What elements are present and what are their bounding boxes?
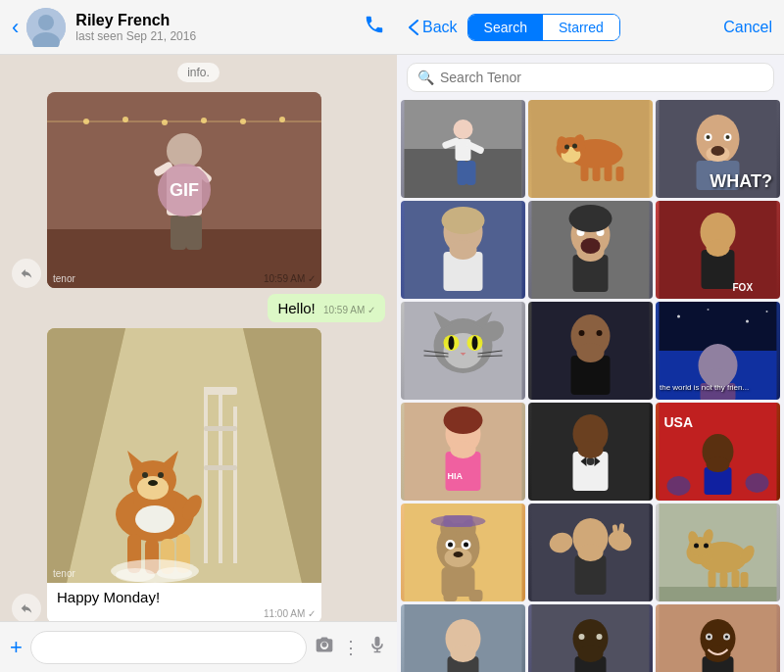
svg-rect-175: [709, 570, 716, 588]
gif-overlay-text-small: the world is not thy frien...: [660, 383, 749, 392]
svg-rect-65: [605, 164, 612, 181]
svg-point-8: [122, 117, 128, 122]
svg-point-37: [148, 480, 158, 486]
svg-rect-116: [660, 302, 777, 351]
gif-cell[interactable]: [656, 504, 780, 601]
info-bubble: info.: [12, 63, 385, 82]
svg-point-184: [451, 645, 476, 662]
svg-rect-23: [204, 387, 208, 563]
svg-point-153: [454, 552, 464, 557]
svg-point-118: [708, 309, 710, 311]
gif-cell[interactable]: [528, 201, 653, 299]
svg-point-10: [201, 118, 207, 123]
gif-cell[interactable]: [528, 403, 653, 501]
search-icon: 🔍: [417, 70, 434, 85]
gif-back-button[interactable]: Back: [409, 19, 458, 36]
gif-label: GIF: [158, 164, 211, 216]
back-button[interactable]: ‹: [12, 15, 19, 40]
svg-rect-26: [204, 387, 237, 395]
svg-point-193: [597, 634, 603, 640]
gif-cell[interactable]: [401, 100, 525, 198]
gif-picker-panel: Back Search Starred Cancel 🔍: [397, 0, 784, 672]
svg-point-75: [711, 146, 725, 156]
svg-point-128: [444, 407, 483, 434]
gif-cell[interactable]: [528, 604, 653, 672]
gif-cell[interactable]: USA: [656, 403, 780, 501]
starred-tab[interactable]: Starred: [543, 15, 619, 40]
svg-point-120: [766, 311, 768, 312]
cancel-button[interactable]: Cancel: [723, 19, 772, 36]
svg-point-191: [578, 645, 604, 662]
gif-cell[interactable]: [401, 201, 525, 299]
tenor-badge-1: tenor: [53, 273, 75, 284]
gif-cell[interactable]: WHAT?: [656, 100, 780, 198]
gif-cell[interactable]: [401, 504, 525, 601]
svg-point-119: [746, 320, 749, 323]
gif-cell[interactable]: [401, 604, 525, 672]
gif-cell[interactable]: FOX: [656, 201, 780, 299]
svg-point-32: [137, 476, 169, 500]
svg-rect-53: [458, 161, 467, 185]
message-row: tenor Happy Monday! 11:00 AM ✓: [12, 328, 385, 621]
svg-text:FOX: FOX: [733, 282, 754, 293]
gif-overlay-text: WHAT?: [710, 171, 772, 192]
avatar: [26, 8, 66, 47]
svg-point-141: [707, 456, 730, 472]
gif-bubble-1[interactable]: GIF tenor 10:59 AM ✓: [47, 92, 321, 288]
svg-point-80: [442, 207, 485, 234]
gif-grid: WHAT?: [397, 100, 784, 672]
svg-point-45: [116, 568, 155, 582]
svg-point-117: [677, 315, 680, 318]
svg-point-173: [694, 544, 699, 549]
chat-messages: info.: [0, 55, 397, 621]
svg-point-127: [451, 441, 476, 458]
svg-rect-27: [204, 426, 237, 431]
contact-info: Riley French last seen Sep 21, 2016: [75, 12, 364, 43]
reply-icon-2[interactable]: [12, 594, 41, 621]
reply-icon[interactable]: [12, 259, 41, 288]
svg-point-74: [726, 135, 730, 139]
svg-text:USA: USA: [664, 414, 694, 430]
gif-cell[interactable]: [528, 504, 653, 601]
search-tab[interactable]: Search: [468, 15, 543, 40]
svg-point-152: [464, 543, 468, 548]
tenor-search-bar[interactable]: 🔍: [407, 63, 774, 92]
gif-bubble-2[interactable]: tenor Happy Monday! 11:00 AM ✓: [47, 328, 321, 621]
gif-cell[interactable]: [656, 604, 780, 672]
svg-point-114: [597, 330, 603, 336]
gif-cell[interactable]: [528, 302, 653, 400]
svg-rect-176: [720, 572, 728, 588]
svg-rect-177: [732, 570, 740, 588]
msg-time-2: 11:00 AM ✓: [264, 608, 316, 619]
svg-rect-63: [581, 164, 589, 181]
gif-cell[interactable]: [528, 100, 653, 198]
contact-name: Riley French: [75, 12, 364, 29]
svg-point-1: [38, 15, 54, 30]
gif-cell[interactable]: HIA: [401, 403, 525, 501]
svg-point-61: [564, 145, 569, 150]
gif-cell[interactable]: the world is not thy frien...: [656, 302, 780, 400]
chat-header: ‹ Riley French last seen Sep 21, 2016: [0, 0, 397, 55]
msg-time-1: 10:59 AM ✓: [264, 273, 316, 284]
add-button[interactable]: +: [10, 635, 23, 660]
svg-rect-178: [741, 572, 749, 588]
svg-rect-158: [444, 515, 473, 527]
svg-rect-64: [593, 167, 601, 181]
more-options-icon[interactable]: ⋮: [342, 637, 360, 658]
svg-point-192: [579, 634, 585, 640]
svg-point-49: [454, 120, 473, 139]
gif-cell[interactable]: [401, 302, 525, 400]
hello-bubble: Hello! 10:59 AM ✓: [268, 294, 385, 322]
svg-rect-17: [171, 216, 186, 250]
svg-point-12: [279, 117, 285, 122]
svg-rect-180: [660, 587, 777, 601]
svg-point-62: [572, 144, 577, 149]
camera-icon[interactable]: [315, 635, 334, 659]
mic-icon[interactable]: [368, 635, 387, 659]
caption-text: Happy Monday!: [57, 589, 160, 605]
message-input[interactable]: [30, 631, 307, 664]
search-starred-segmented: Search Starred: [467, 14, 620, 41]
tenor-badge-2: tenor: [53, 568, 75, 579]
tenor-search-input[interactable]: [440, 70, 763, 85]
phone-icon[interactable]: [364, 14, 385, 40]
